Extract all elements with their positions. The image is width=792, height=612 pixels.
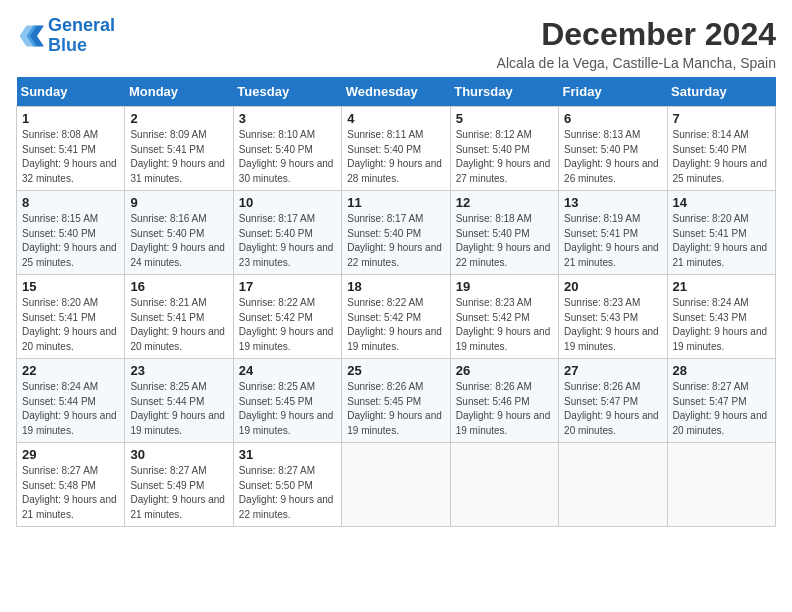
day-number: 26 bbox=[456, 363, 553, 378]
day-info: Sunrise: 8:23 AMSunset: 5:42 PMDaylight:… bbox=[456, 296, 553, 354]
calendar-cell bbox=[667, 443, 775, 527]
column-header-wednesday: Wednesday bbox=[342, 77, 450, 107]
day-number: 1 bbox=[22, 111, 119, 126]
calendar-cell: 23Sunrise: 8:25 AMSunset: 5:44 PMDayligh… bbox=[125, 359, 233, 443]
calendar-cell: 17Sunrise: 8:22 AMSunset: 5:42 PMDayligh… bbox=[233, 275, 341, 359]
day-info: Sunrise: 8:26 AMSunset: 5:46 PMDaylight:… bbox=[456, 380, 553, 438]
day-number: 16 bbox=[130, 279, 227, 294]
calendar-cell: 22Sunrise: 8:24 AMSunset: 5:44 PMDayligh… bbox=[17, 359, 125, 443]
calendar-cell: 29Sunrise: 8:27 AMSunset: 5:48 PMDayligh… bbox=[17, 443, 125, 527]
day-info: Sunrise: 8:13 AMSunset: 5:40 PMDaylight:… bbox=[564, 128, 661, 186]
logo: General Blue bbox=[16, 16, 115, 56]
calendar-cell: 16Sunrise: 8:21 AMSunset: 5:41 PMDayligh… bbox=[125, 275, 233, 359]
calendar-cell: 14Sunrise: 8:20 AMSunset: 5:41 PMDayligh… bbox=[667, 191, 775, 275]
calendar-cell bbox=[342, 443, 450, 527]
calendar-cell: 4Sunrise: 8:11 AMSunset: 5:40 PMDaylight… bbox=[342, 107, 450, 191]
day-info: Sunrise: 8:14 AMSunset: 5:40 PMDaylight:… bbox=[673, 128, 770, 186]
day-info: Sunrise: 8:22 AMSunset: 5:42 PMDaylight:… bbox=[239, 296, 336, 354]
day-number: 27 bbox=[564, 363, 661, 378]
calendar-cell: 18Sunrise: 8:22 AMSunset: 5:42 PMDayligh… bbox=[342, 275, 450, 359]
calendar-cell: 25Sunrise: 8:26 AMSunset: 5:45 PMDayligh… bbox=[342, 359, 450, 443]
calendar-cell: 1Sunrise: 8:08 AMSunset: 5:41 PMDaylight… bbox=[17, 107, 125, 191]
day-number: 23 bbox=[130, 363, 227, 378]
day-number: 24 bbox=[239, 363, 336, 378]
day-number: 22 bbox=[22, 363, 119, 378]
month-title: December 2024 bbox=[497, 16, 776, 53]
day-info: Sunrise: 8:21 AMSunset: 5:41 PMDaylight:… bbox=[130, 296, 227, 354]
day-number: 13 bbox=[564, 195, 661, 210]
calendar-cell: 2Sunrise: 8:09 AMSunset: 5:41 PMDaylight… bbox=[125, 107, 233, 191]
day-info: Sunrise: 8:19 AMSunset: 5:41 PMDaylight:… bbox=[564, 212, 661, 270]
column-header-saturday: Saturday bbox=[667, 77, 775, 107]
day-number: 29 bbox=[22, 447, 119, 462]
day-number: 6 bbox=[564, 111, 661, 126]
logo-icon bbox=[16, 22, 44, 50]
calendar-cell: 3Sunrise: 8:10 AMSunset: 5:40 PMDaylight… bbox=[233, 107, 341, 191]
calendar-cell: 11Sunrise: 8:17 AMSunset: 5:40 PMDayligh… bbox=[342, 191, 450, 275]
day-number: 15 bbox=[22, 279, 119, 294]
day-number: 9 bbox=[130, 195, 227, 210]
day-number: 30 bbox=[130, 447, 227, 462]
calendar-cell: 30Sunrise: 8:27 AMSunset: 5:49 PMDayligh… bbox=[125, 443, 233, 527]
calendar-cell: 20Sunrise: 8:23 AMSunset: 5:43 PMDayligh… bbox=[559, 275, 667, 359]
day-number: 17 bbox=[239, 279, 336, 294]
calendar-cell: 10Sunrise: 8:17 AMSunset: 5:40 PMDayligh… bbox=[233, 191, 341, 275]
day-number: 7 bbox=[673, 111, 770, 126]
calendar-cell: 12Sunrise: 8:18 AMSunset: 5:40 PMDayligh… bbox=[450, 191, 558, 275]
calendar-cell bbox=[559, 443, 667, 527]
day-number: 11 bbox=[347, 195, 444, 210]
day-info: Sunrise: 8:20 AMSunset: 5:41 PMDaylight:… bbox=[673, 212, 770, 270]
day-number: 19 bbox=[456, 279, 553, 294]
calendar-week-row: 15Sunrise: 8:20 AMSunset: 5:41 PMDayligh… bbox=[17, 275, 776, 359]
day-number: 28 bbox=[673, 363, 770, 378]
calendar-header-row: SundayMondayTuesdayWednesdayThursdayFrid… bbox=[17, 77, 776, 107]
day-number: 25 bbox=[347, 363, 444, 378]
calendar-cell: 31Sunrise: 8:27 AMSunset: 5:50 PMDayligh… bbox=[233, 443, 341, 527]
day-info: Sunrise: 8:27 AMSunset: 5:49 PMDaylight:… bbox=[130, 464, 227, 522]
calendar-week-row: 22Sunrise: 8:24 AMSunset: 5:44 PMDayligh… bbox=[17, 359, 776, 443]
day-number: 31 bbox=[239, 447, 336, 462]
column-header-thursday: Thursday bbox=[450, 77, 558, 107]
day-info: Sunrise: 8:17 AMSunset: 5:40 PMDaylight:… bbox=[239, 212, 336, 270]
calendar-cell: 15Sunrise: 8:20 AMSunset: 5:41 PMDayligh… bbox=[17, 275, 125, 359]
day-number: 14 bbox=[673, 195, 770, 210]
calendar-cell: 5Sunrise: 8:12 AMSunset: 5:40 PMDaylight… bbox=[450, 107, 558, 191]
day-number: 5 bbox=[456, 111, 553, 126]
calendar-cell: 13Sunrise: 8:19 AMSunset: 5:41 PMDayligh… bbox=[559, 191, 667, 275]
calendar-week-row: 8Sunrise: 8:15 AMSunset: 5:40 PMDaylight… bbox=[17, 191, 776, 275]
day-number: 18 bbox=[347, 279, 444, 294]
calendar-cell: 24Sunrise: 8:25 AMSunset: 5:45 PMDayligh… bbox=[233, 359, 341, 443]
day-number: 8 bbox=[22, 195, 119, 210]
column-header-tuesday: Tuesday bbox=[233, 77, 341, 107]
day-info: Sunrise: 8:24 AMSunset: 5:43 PMDaylight:… bbox=[673, 296, 770, 354]
day-number: 12 bbox=[456, 195, 553, 210]
calendar-cell: 8Sunrise: 8:15 AMSunset: 5:40 PMDaylight… bbox=[17, 191, 125, 275]
day-number: 20 bbox=[564, 279, 661, 294]
day-info: Sunrise: 8:08 AMSunset: 5:41 PMDaylight:… bbox=[22, 128, 119, 186]
calendar-week-row: 1Sunrise: 8:08 AMSunset: 5:41 PMDaylight… bbox=[17, 107, 776, 191]
day-info: Sunrise: 8:18 AMSunset: 5:40 PMDaylight:… bbox=[456, 212, 553, 270]
calendar-cell: 26Sunrise: 8:26 AMSunset: 5:46 PMDayligh… bbox=[450, 359, 558, 443]
day-info: Sunrise: 8:26 AMSunset: 5:47 PMDaylight:… bbox=[564, 380, 661, 438]
calendar-cell: 28Sunrise: 8:27 AMSunset: 5:47 PMDayligh… bbox=[667, 359, 775, 443]
title-block: December 2024 Alcala de la Vega, Castill… bbox=[497, 16, 776, 71]
calendar-cell: 6Sunrise: 8:13 AMSunset: 5:40 PMDaylight… bbox=[559, 107, 667, 191]
day-info: Sunrise: 8:23 AMSunset: 5:43 PMDaylight:… bbox=[564, 296, 661, 354]
column-header-friday: Friday bbox=[559, 77, 667, 107]
calendar-body: 1Sunrise: 8:08 AMSunset: 5:41 PMDaylight… bbox=[17, 107, 776, 527]
day-info: Sunrise: 8:26 AMSunset: 5:45 PMDaylight:… bbox=[347, 380, 444, 438]
column-header-sunday: Sunday bbox=[17, 77, 125, 107]
day-info: Sunrise: 8:27 AMSunset: 5:50 PMDaylight:… bbox=[239, 464, 336, 522]
day-info: Sunrise: 8:17 AMSunset: 5:40 PMDaylight:… bbox=[347, 212, 444, 270]
page-header: General Blue December 2024 Alcala de la … bbox=[16, 16, 776, 71]
calendar-cell: 27Sunrise: 8:26 AMSunset: 5:47 PMDayligh… bbox=[559, 359, 667, 443]
calendar-cell: 21Sunrise: 8:24 AMSunset: 5:43 PMDayligh… bbox=[667, 275, 775, 359]
day-info: Sunrise: 8:24 AMSunset: 5:44 PMDaylight:… bbox=[22, 380, 119, 438]
calendar-week-row: 29Sunrise: 8:27 AMSunset: 5:48 PMDayligh… bbox=[17, 443, 776, 527]
column-header-monday: Monday bbox=[125, 77, 233, 107]
calendar-table: SundayMondayTuesdayWednesdayThursdayFrid… bbox=[16, 77, 776, 527]
logo-text: General Blue bbox=[48, 16, 115, 56]
day-number: 10 bbox=[239, 195, 336, 210]
day-number: 2 bbox=[130, 111, 227, 126]
calendar-cell: 19Sunrise: 8:23 AMSunset: 5:42 PMDayligh… bbox=[450, 275, 558, 359]
